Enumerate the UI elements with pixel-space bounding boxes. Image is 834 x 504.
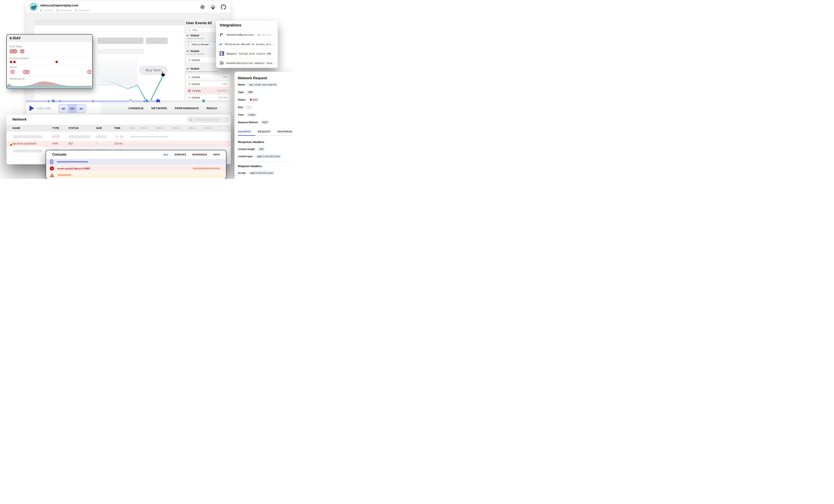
event-clicked-buy-now[interactable]: Clicked Buy Now — [186, 95, 229, 100]
user-events-title: User Events 62 — [186, 21, 212, 25]
error-source: ecom.xyz/a213qh.js:123987 — [57, 167, 91, 170]
field-type: Type XHR — [238, 90, 254, 94]
skeleton-pill — [13, 149, 42, 152]
tab-console[interactable]: CONSOLE — [129, 107, 144, 110]
session-browser-meta — [57, 9, 72, 12]
error-circle-icon[interactable] — [26, 70, 30, 74]
field-value: 119ms — [246, 113, 257, 117]
event-label: Clicked — [192, 76, 200, 79]
skeleton-block — [146, 38, 168, 44]
event-path: /category/wearable/watch-details — [186, 70, 218, 73]
tab-performance[interactable]: PERFORMANCE — [175, 107, 199, 110]
col-type[interactable]: TYPE — [52, 127, 59, 130]
hand-click-icon — [188, 76, 190, 78]
field-method: Request Method POST — [238, 120, 269, 124]
scale-10ms: 10ms — [140, 127, 147, 129]
event-visited-1[interactable]: Visited /category/wearable — [186, 34, 204, 39]
console-row-warning[interactable]: ! — [46, 172, 226, 178]
skeleton-pill — [68, 135, 91, 138]
integration-message: Permission denied to access pro... — [225, 43, 275, 46]
console-panel: Console ALL ERRORS WARNINGS INFO i ! eco… — [46, 150, 226, 179]
event-target: Color — [222, 83, 227, 85]
tab-request[interactable]: REQUEST — [258, 130, 271, 133]
tab-warnings[interactable]: WARNINGS — [192, 153, 207, 156]
integrations-title: Integrations — [220, 23, 241, 27]
header-key: content-type — [238, 155, 253, 158]
network-error-dot[interactable] — [56, 61, 58, 63]
rage-face-icon[interactable] — [13, 49, 17, 53]
xray-panel: X-RAY Click Rage 4xx-5xx Network Errors … — [6, 34, 93, 89]
col-status[interactable]: STATUS — [68, 127, 79, 130]
session-location-meta — [74, 9, 90, 12]
network-error-dot[interactable] — [10, 61, 12, 63]
event-label: Clicked — [192, 96, 200, 99]
skeleton-pill — [13, 135, 42, 138]
network-error-dot[interactable] — [13, 61, 16, 63]
console-row-info[interactable]: i — [46, 159, 226, 165]
play-button[interactable] — [29, 106, 34, 111]
field-size: Size -- — [238, 105, 252, 109]
errors-label: Errors — [9, 66, 17, 69]
tab-info[interactable]: INFO — [213, 153, 220, 156]
navigate-icon — [186, 67, 189, 70]
tab-response[interactable]: RESPONSE — [278, 130, 292, 133]
avatar — [29, 2, 38, 11]
error-circle-icon[interactable] — [10, 70, 15, 74]
field-label: Time — [238, 113, 244, 116]
elastic-icon — [219, 61, 224, 65]
integration-row-sentry[interactable]: UnhandledRejection: Non-Error... — [216, 30, 278, 39]
tab-headers[interactable]: HEADERS — [238, 130, 251, 133]
event-visited-3[interactable]: Visited /category/wearable/watch-details — [186, 67, 218, 73]
skip-back-button[interactable] — [59, 105, 68, 113]
field-value: XHR — [246, 90, 254, 94]
network-row-skeleton[interactable] — [7, 134, 231, 139]
integration-row-waves[interactable]: Permission denied to access pro... — [216, 39, 278, 49]
navigate-icon — [186, 34, 189, 37]
timeline-progress-segment — [132, 100, 158, 102]
console-row-error[interactable]: ! ecom.xyz/a213qh.js:123987 — [46, 166, 226, 172]
error-circle-icon[interactable] — [87, 70, 91, 74]
col-size[interactable]: SIZE — [96, 127, 102, 130]
event-label: Clicked — [192, 83, 200, 85]
page-mock-header — [34, 20, 184, 25]
skeleton-block — [97, 38, 144, 44]
buy-now-button[interactable]: Buy Now — [139, 66, 167, 74]
skeleton-bar — [78, 10, 90, 11]
col-name[interactable]: NAME — [13, 127, 20, 130]
info-icon: i — [50, 159, 53, 164]
event-clicked-size[interactable]: Clicked Size — [186, 74, 229, 80]
event-clicked-color[interactable]: Clicked Color — [186, 81, 229, 87]
sentry-icon — [219, 32, 224, 37]
tab-network[interactable]: NETWORK — [151, 107, 167, 110]
col-time[interactable]: TIME — [114, 127, 120, 130]
location-pin-icon — [74, 9, 77, 12]
error-icon: ! — [50, 167, 54, 171]
replay-timeline[interactable] — [26, 100, 231, 102]
network-row-error[interactable]: api.ecom.xyz/search XHR 422 -- 119 ms — [7, 141, 231, 147]
tab-all[interactable]: ALL — [163, 153, 169, 156]
integrations-panel: Integrations UnhandledRejection: Non-Err… — [216, 21, 278, 68]
slack-icon[interactable] — [200, 4, 205, 10]
integration-row-datadog[interactable]: Request failed with status 500 — [216, 49, 278, 58]
event-visited-2[interactable]: Visited /category/wearable — [186, 50, 204, 55]
field-label: Request Method — [238, 121, 258, 124]
cell-status: 422 — [68, 142, 73, 145]
tabs-active-underline — [238, 135, 255, 136]
console-title: Console — [52, 152, 66, 157]
skip-interval-label[interactable]: 10s — [68, 105, 76, 113]
jira-diamond-icon[interactable] — [210, 4, 216, 10]
request-headers-title: Request Headers — [238, 165, 262, 168]
integration-app-icons — [200, 4, 226, 10]
integration-row-elastic[interactable]: Unhandledrejection handler rece.. — [216, 58, 278, 68]
rage-face-icon[interactable] — [20, 49, 24, 53]
cell-name: api.ecom.xyz/search — [13, 142, 37, 145]
tab-errors[interactable]: ERRORS — [175, 153, 186, 156]
request-detail-tabs: HEADERS REQUEST RESPONSE — [238, 130, 292, 133]
network-search-field[interactable] — [186, 116, 229, 123]
tab-redux[interactable]: REDUX — [206, 107, 217, 110]
skip-forward-button[interactable] — [77, 105, 86, 113]
event-rage-clicks[interactable]: 3 Clicks Quantity + — [186, 88, 229, 93]
github-icon[interactable] — [221, 4, 226, 10]
ttr-connector-dot — [188, 44, 190, 46]
divider — [7, 76, 92, 76]
